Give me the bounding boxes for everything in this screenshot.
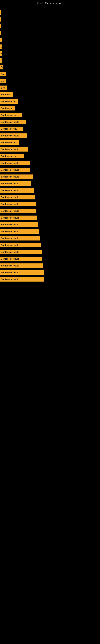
bar-row: Bottleneck result — [0, 236, 100, 241]
bar-26: Bottleneck result — [0, 181, 31, 186]
bar-row: Bottleneck result — [0, 256, 100, 262]
bar-row: Bottleneck re — [0, 98, 100, 104]
bar-label-16: Bottleneck resu — [1, 114, 17, 116]
bar-34: Bottleneck result — [0, 236, 40, 240]
bar-row: Bottleneck resu — [0, 112, 100, 118]
bar-row: B — [0, 58, 100, 63]
bar-label-36: Bottleneck result — [1, 251, 19, 253]
bar-label-26: Bottleneck result — [1, 182, 19, 185]
bar-label-19: Bottleneck result — [1, 134, 19, 137]
bar-row: Bottleneck result — [0, 270, 100, 275]
bar-label-8: B — [1, 59, 2, 62]
bar-24: Bottleneck result — [0, 168, 30, 172]
bar-7: B — [0, 51, 2, 56]
bar-label-5: F — [1, 39, 1, 41]
bar-row: Bottleneck result — [0, 201, 100, 207]
bar-row: Bott — [0, 85, 100, 90]
bar-label-3: F — [1, 25, 1, 27]
bar-10: Bott — [0, 72, 6, 76]
bar-label-10: Bott — [1, 73, 5, 75]
bar-16: Bottleneck resu — [0, 113, 22, 117]
bar-row: B — [0, 30, 100, 36]
bar-row: Bottleneck result — [0, 160, 100, 166]
bars-container: FFBFCBBBoBottBotBottBottleneBottleneck r… — [0, 6, 100, 283]
bar-label-7: B — [1, 52, 2, 55]
bar-label-20: Bottleneck re — [1, 141, 15, 144]
bar-label-21: Bottleneck result — [1, 148, 19, 150]
bar-row: B — [0, 51, 100, 56]
bar-label-25: Bottleneck result — [1, 176, 19, 178]
bar-row: Bottleneck result — [0, 188, 100, 193]
bar-row: Bottleneck result — [0, 174, 100, 180]
site-title: TheBottlenecker.com — [0, 0, 100, 6]
bar-row: Bottleneck result — [0, 215, 100, 220]
bar-35: Bottleneck result — [0, 243, 41, 247]
bar-row: Bottleneck result — [0, 119, 100, 125]
bar-33: Bottleneck result — [0, 229, 39, 234]
bar-30: Bottleneck result — [0, 209, 36, 213]
bar-20: Bottleneck re — [0, 140, 19, 145]
bar-label-39: Bottleneck result — [1, 271, 19, 274]
bar-row: Bottlene — [0, 92, 100, 98]
bar-row: F — [0, 16, 100, 22]
bar-12: Bott — [0, 86, 7, 90]
bar-36: Bottleneck result — [0, 250, 42, 254]
bar-1 — [0, 10, 1, 15]
bar-label-27: Bottleneck result — [1, 189, 19, 192]
bar-label-40: Bottleneck result — [1, 278, 19, 280]
bar-23: Bottleneck result — [0, 161, 30, 165]
bar-11: Bot — [0, 79, 6, 83]
bar-19: Bottleneck result — [0, 134, 27, 138]
bar-label-17: Bottleneck result — [1, 121, 19, 123]
bar-32: Bottleneck result — [0, 222, 38, 227]
bar-label-24: Bottleneck result — [1, 169, 19, 171]
bar-8: B — [0, 58, 2, 62]
bar-row: Bottleneck result — [0, 228, 100, 234]
bar-row: Bottleneck result — [0, 276, 100, 282]
bar-label-34: Bottleneck result — [1, 237, 19, 240]
bar-13: Bottlene — [0, 92, 13, 97]
bar-label-23: Bottleneck result — [1, 162, 19, 164]
bar-label-13: Bottlene — [1, 94, 10, 96]
bar-label-32: Bottleneck result — [1, 224, 19, 226]
bar-row: F — [0, 37, 100, 43]
bar-18: Bottleneck resu — [0, 126, 23, 131]
bar-label-38: Bottleneck result — [1, 264, 19, 267]
bar-label-30: Bottleneck result — [1, 210, 19, 212]
bar-row: Bottleneck result — [0, 208, 100, 214]
bar-label-12: Bott — [1, 86, 5, 89]
bar-row: Bott — [0, 71, 100, 77]
bar-row: Bottleneck result — [0, 249, 100, 255]
bar-row: Bottleneck result — [0, 133, 100, 138]
bar-label-35: Bottleneck result — [1, 244, 19, 246]
bar-28: Bottleneck result — [0, 195, 35, 200]
bar-label-6: C — [1, 46, 2, 48]
bar-37: Bottleneck result — [0, 256, 42, 261]
bar-row: F — [0, 23, 100, 29]
bar-row: Bottleneck result — [0, 146, 100, 152]
bar-row: Bottleneck resu — [0, 126, 100, 132]
bar-31: Bottleneck result — [0, 216, 37, 220]
bar-label-18: Bottleneck resu — [1, 128, 17, 130]
bar-39: Bottleneck result — [0, 270, 44, 275]
bar-22: Bottleneck resu — [0, 154, 24, 158]
bar-row: Bottleneck result — [0, 242, 100, 248]
bar-27: Bottleneck result — [0, 188, 34, 192]
bar-row: Bottleneck — [0, 106, 100, 111]
bar-row: Bottleneck result — [0, 167, 100, 173]
bar-label-11: Bot — [1, 80, 4, 82]
bar-29: Bottleneck result — [0, 202, 36, 206]
bar-row: Bottleneck result — [0, 181, 100, 186]
bar-row: Bottleneck result — [0, 263, 100, 268]
bar-2: F — [0, 17, 1, 22]
bar-3: F — [0, 24, 1, 28]
bar-label-9: Bo — [1, 66, 3, 68]
bar-label-22: Bottleneck resu — [1, 155, 17, 158]
bar-5: F — [0, 38, 1, 42]
bar-row: Bottleneck result — [0, 194, 100, 200]
bar-row — [0, 10, 100, 15]
bar-4: B — [0, 31, 1, 35]
bar-9: Bo — [0, 65, 3, 70]
bar-row: Bottleneck result — [0, 222, 100, 228]
bar-17: Bottleneck result — [0, 120, 26, 124]
